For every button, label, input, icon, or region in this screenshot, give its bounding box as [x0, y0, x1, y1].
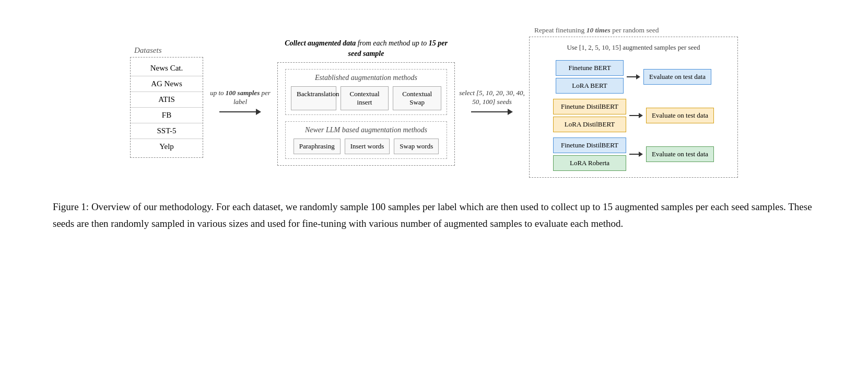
- model-lora-bert: LoRA BERT: [556, 78, 624, 94]
- dataset-item-5: Yelp: [131, 139, 203, 154]
- newer-title: Newer LLM based augmentation methods: [291, 126, 441, 134]
- caption: Figure 1: Overview of our methodology. F…: [42, 199, 826, 233]
- method-contextual-insert: Contextual insert: [341, 86, 389, 110]
- model-stack-roberta: Finetune DistilBERT LoRA Roberta: [553, 137, 626, 171]
- model-stack-distilbert: Finetune DistilBERT LoRA DistilBERT: [553, 99, 626, 132]
- dataset-item-3: FB: [131, 108, 203, 123]
- eval-distilbert: Evaluate on test data: [646, 108, 714, 124]
- head-bert: [636, 74, 640, 79]
- model-finetune-distilbert2: Finetune DistilBERT: [553, 137, 626, 153]
- arrow1-label: up to 100 samples per label: [206, 89, 274, 107]
- aug-box: Established augmentation methods Backtra…: [277, 62, 455, 166]
- datasets-section: Datasets News Cat. AG News ATIS FB SST-5…: [130, 46, 203, 158]
- shaft-distilbert: [629, 115, 639, 116]
- figure-container: Datasets News Cat. AG News ATIS FB SST-5…: [31, 21, 837, 233]
- method-contextual-swap: Contextual Swap: [393, 86, 441, 110]
- arrow2-head: [508, 109, 513, 115]
- method-paraphrasing: Paraphrasing: [294, 139, 341, 154]
- model-stack-bert: Finetune BERT LoRA BERT: [556, 60, 624, 94]
- established-title: Established augmentation methods: [291, 74, 441, 82]
- diagram-area: Datasets News Cat. AG News ATIS FB SST-5…: [31, 21, 837, 183]
- model-row-roberta: Finetune DistilBERT LoRA Roberta Evaluat…: [537, 137, 730, 171]
- model-row-bert: Finetune BERT LoRA BERT Evaluate on test…: [537, 60, 730, 94]
- established-methods-row: Backtranslation Contextual insert Contex…: [291, 86, 441, 110]
- eval-bert: Evaluate on test data: [643, 69, 711, 85]
- dataset-item-4: SST-5: [131, 123, 203, 139]
- arrow2-line: [471, 109, 513, 115]
- eval-roberta: Evaluate on test data: [646, 146, 714, 163]
- head-distilbert: [639, 113, 643, 118]
- newer-section: Newer LLM based augmentation methods Par…: [285, 121, 447, 159]
- dataset-item-0: News Cat.: [131, 61, 203, 76]
- newer-methods-row: Paraphrasing Insert words Swap words: [291, 139, 441, 154]
- right-section: Repeat finetuning 10 times per random se…: [529, 26, 738, 178]
- arrow2-label: select [5, 10, 20, 30, 40, 50, 100] seed…: [458, 89, 526, 107]
- use-label: Use [1, 2, 5, 10, 15] augmented samples …: [537, 43, 730, 52]
- arrow-distilbert: [629, 113, 643, 118]
- shaft-bert: [627, 76, 636, 77]
- arrow2-section: select [5, 10, 20, 30, 40, 50, 100] seed…: [458, 89, 526, 115]
- repeat-label: Repeat finetuning 10 times per random se…: [534, 26, 659, 34]
- model-lora-roberta: LoRA Roberta: [553, 155, 626, 171]
- arrow1-head: [256, 109, 261, 115]
- shaft-roberta: [629, 154, 639, 155]
- dataset-item-1: AG News: [131, 76, 203, 92]
- arrow1-section: up to 100 samples per label: [206, 89, 274, 115]
- method-swap-words: Swap words: [394, 139, 439, 154]
- right-outer-box: Use [1, 2, 5, 10, 15] augmented samples …: [529, 37, 738, 178]
- augmentation-section: Collect augmented data from each method …: [277, 38, 455, 165]
- method-backtranslation: Backtranslation: [291, 86, 336, 110]
- arrow-bert: [627, 74, 640, 79]
- datasets-label: Datasets: [134, 46, 162, 55]
- method-insert-words: Insert words: [345, 139, 390, 154]
- model-lora-distilbert: LoRA DistilBERT: [553, 117, 626, 132]
- datasets-box: News Cat. AG News ATIS FB SST-5 Yelp: [130, 57, 203, 158]
- model-finetune-distilbert: Finetune DistilBERT: [553, 99, 626, 114]
- arrow1-line: [219, 109, 261, 115]
- model-row-distilbert: Finetune DistilBERT LoRA DistilBERT Eval…: [537, 99, 730, 132]
- model-finetune-bert: Finetune BERT: [556, 60, 624, 76]
- arrow-roberta: [629, 152, 643, 157]
- head-roberta: [639, 152, 643, 157]
- arrow1-shaft: [219, 111, 256, 112]
- arrow2-shaft: [471, 111, 508, 112]
- dataset-item-2: ATIS: [131, 92, 203, 108]
- aug-top-label: Collect augmented data from each method …: [277, 38, 455, 59]
- established-section: Established augmentation methods Backtra…: [285, 69, 447, 115]
